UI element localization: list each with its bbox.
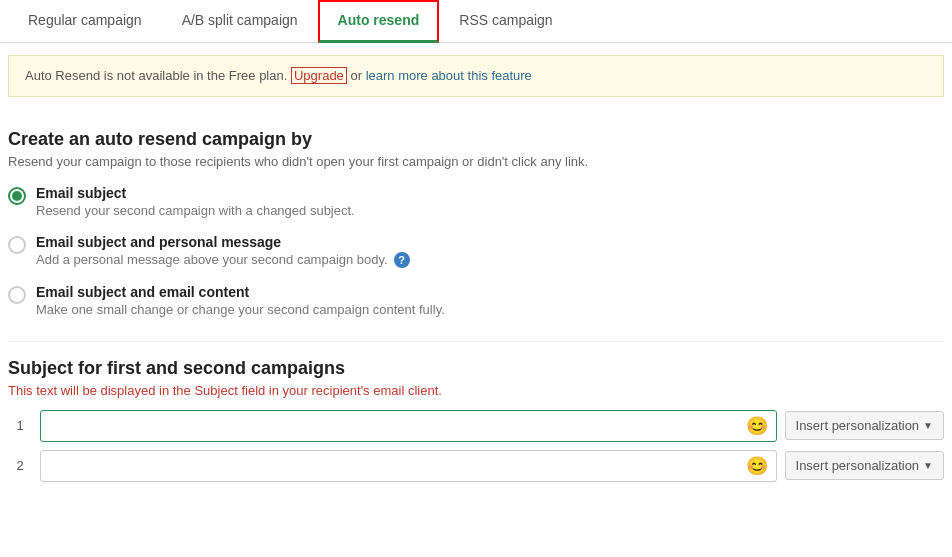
subject-input-1[interactable]	[41, 411, 738, 440]
personalization-btn-1[interactable]: Insert personalization ▼	[785, 411, 944, 440]
create-section: Create an auto resend campaign by Resend…	[8, 129, 944, 169]
subject-section-desc: This text will be displayed in the Subje…	[8, 383, 944, 398]
radio-desc-1: Resend your second campaign with a chang…	[36, 203, 355, 218]
help-icon[interactable]: ?	[394, 252, 410, 268]
radio-label-3: Email subject and email content	[36, 284, 445, 300]
notice-text-before: Auto Resend is not available in the Free…	[25, 68, 287, 83]
subject-input-wrap-1: 😊	[40, 410, 777, 442]
subject-desc-highlight: in the Subject field in your recipient's…	[159, 383, 442, 398]
divider	[8, 341, 944, 342]
notice-text-middle: or	[350, 68, 365, 83]
radio-group: Email subject Resend your second campaig…	[8, 185, 944, 317]
subject-row-1: 1 😊 Insert personalization ▼	[8, 410, 944, 442]
main-content: Create an auto resend campaign by Resend…	[0, 109, 952, 498]
subject-row-2: 2 😊 Insert personalization ▼	[8, 450, 944, 482]
radio-email-subject-personal[interactable]: Email subject and personal message Add a…	[8, 234, 944, 268]
radio-label-1: Email subject	[36, 185, 355, 201]
emoji-icon-2[interactable]: 😊	[738, 451, 776, 481]
notice-banner: Auto Resend is not available in the Free…	[8, 55, 944, 97]
subject-number-1: 1	[8, 418, 32, 433]
emoji-icon-1[interactable]: 😊	[738, 411, 776, 441]
upgrade-link[interactable]: Upgrade	[291, 67, 347, 84]
tab-rss[interactable]: RSS campaign	[439, 0, 572, 43]
create-section-subtitle: Resend your campaign to those recipients…	[8, 154, 944, 169]
radio-desc-2: Add a personal message above your second…	[36, 252, 410, 268]
subject-input-wrap-2: 😊	[40, 450, 777, 482]
radio-label-2: Email subject and personal message	[36, 234, 410, 250]
campaign-tabs: Regular campaign A/B split campaign Auto…	[0, 0, 952, 43]
radio-circle-1	[8, 187, 26, 205]
radio-desc-3: Make one small change or change your sec…	[36, 302, 445, 317]
subject-section: Subject for first and second campaigns T…	[8, 358, 944, 482]
tab-regular[interactable]: Regular campaign	[8, 0, 162, 43]
personalization-btn-2[interactable]: Insert personalization ▼	[785, 451, 944, 480]
create-section-title: Create an auto resend campaign by	[8, 129, 944, 150]
caret-icon-1: ▼	[923, 420, 933, 431]
radio-email-subject[interactable]: Email subject Resend your second campaig…	[8, 185, 944, 218]
radio-circle-2	[8, 236, 26, 254]
radio-email-subject-content[interactable]: Email subject and email content Make one…	[8, 284, 944, 317]
caret-icon-2: ▼	[923, 460, 933, 471]
learn-more-link[interactable]: learn more about this feature	[366, 68, 532, 83]
subject-number-2: 2	[8, 458, 32, 473]
radio-circle-3	[8, 286, 26, 304]
tab-auto-resend[interactable]: Auto resend	[318, 0, 440, 43]
subject-input-2[interactable]	[41, 451, 738, 480]
subject-section-title: Subject for first and second campaigns	[8, 358, 944, 379]
tab-ab[interactable]: A/B split campaign	[162, 0, 318, 43]
